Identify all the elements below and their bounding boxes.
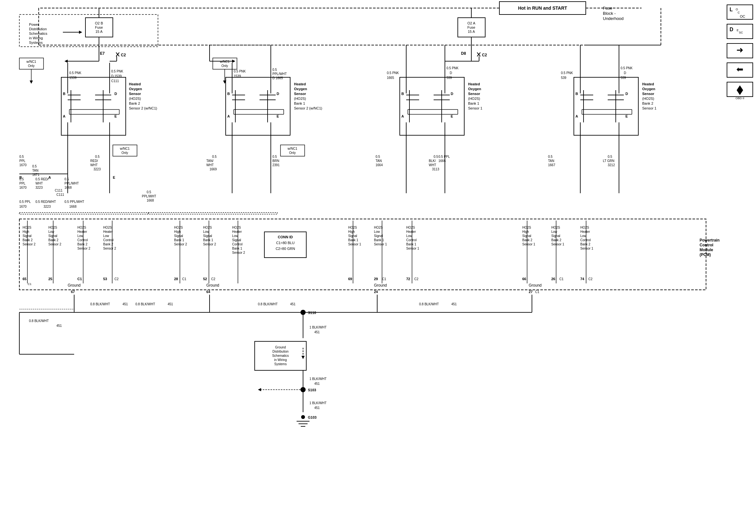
svg-text:Bank 2: Bank 2 bbox=[642, 101, 653, 105]
svg-text:Control: Control bbox=[580, 238, 591, 242]
svg-text:Bank 2: Bank 2 bbox=[103, 242, 114, 246]
svg-text:C1: C1 bbox=[28, 282, 32, 286]
svg-text:1668: 1668 bbox=[69, 205, 77, 208]
svg-text:Low: Low bbox=[580, 234, 586, 238]
svg-text:0.5 RED/WHT: 0.5 RED/WHT bbox=[36, 200, 56, 204]
svg-text:24: 24 bbox=[374, 290, 378, 294]
svg-text:Powertrain: Powertrain bbox=[700, 238, 719, 242]
svg-text:Bank 2: Bank 2 bbox=[580, 242, 591, 246]
svg-text:O2 A: O2 A bbox=[468, 21, 475, 25]
svg-text:RED/: RED/ bbox=[90, 159, 98, 163]
svg-text:0.8 BLK/WHT: 0.8 BLK/WHT bbox=[258, 302, 278, 306]
svg-text:⬅: ⬅ bbox=[736, 64, 743, 74]
svg-text:Ground: Ground bbox=[275, 345, 285, 349]
svg-text:Oxygen: Oxygen bbox=[468, 87, 481, 91]
svg-text:15 A: 15 A bbox=[95, 30, 103, 34]
svg-text:539: 539 bbox=[446, 76, 452, 80]
svg-text:Bank 1: Bank 1 bbox=[406, 242, 417, 246]
svg-text:Distribution: Distribution bbox=[29, 27, 47, 31]
svg-text:TAN: TAN bbox=[548, 159, 554, 163]
svg-text:Low: Low bbox=[203, 230, 209, 234]
svg-text:0.5 RED/: 0.5 RED/ bbox=[36, 177, 49, 181]
svg-text:Bank 1: Bank 1 bbox=[348, 238, 359, 242]
svg-text:HO2S: HO2S bbox=[103, 226, 112, 229]
svg-text:C1: C1 bbox=[535, 290, 539, 294]
svg-text:Bank 1: Bank 1 bbox=[374, 238, 384, 242]
svg-text:TAN/: TAN/ bbox=[206, 159, 213, 163]
svg-text:451: 451 bbox=[451, 302, 457, 306]
svg-text:C2: C2 bbox=[211, 277, 215, 281]
svg-text:0.5: 0.5 bbox=[19, 177, 24, 181]
svg-text:Distribution: Distribution bbox=[272, 350, 288, 353]
svg-text:Bank 2: Bank 2 bbox=[48, 238, 59, 242]
svg-text:0.5: 0.5 bbox=[548, 155, 553, 159]
svg-text:69: 69 bbox=[348, 277, 352, 281]
svg-text:1 BLK/WHT: 1 BLK/WHT bbox=[310, 401, 327, 405]
svg-text:C111: C111 bbox=[55, 189, 63, 192]
svg-text:Low: Low bbox=[48, 230, 54, 234]
svg-text:25: 25 bbox=[48, 277, 52, 281]
svg-text:Low: Low bbox=[374, 230, 380, 234]
svg-text:Control: Control bbox=[700, 243, 714, 247]
svg-text:1539: 1539 bbox=[69, 76, 77, 80]
svg-text:Fuse: Fuse bbox=[95, 25, 103, 29]
svg-text:D   1665: D 1665 bbox=[272, 76, 283, 80]
svg-text:Sensor 2 (w/NC1): Sensor 2 (w/NC1) bbox=[129, 106, 157, 110]
svg-text:BLK/: BLK/ bbox=[429, 159, 436, 163]
svg-text:1 BLK/WHT: 1 BLK/WHT bbox=[310, 377, 327, 381]
svg-text:Signal: Signal bbox=[48, 234, 57, 238]
svg-text:Control: Control bbox=[77, 238, 88, 242]
svg-text:HO2S: HO2S bbox=[348, 226, 357, 229]
svg-text:53: 53 bbox=[103, 277, 107, 281]
svg-text:1668: 1668 bbox=[147, 199, 154, 202]
svg-text:Low: Low bbox=[232, 234, 238, 238]
svg-text:D8: D8 bbox=[461, 51, 466, 56]
svg-text:Bank 2: Bank 2 bbox=[129, 101, 140, 105]
svg-text:26: 26 bbox=[551, 277, 555, 281]
svg-text:C1: C1 bbox=[77, 277, 82, 281]
svg-text:1666: 1666 bbox=[439, 159, 446, 163]
svg-text:74: 74 bbox=[580, 277, 584, 281]
svg-text:Sensor 2: Sensor 2 bbox=[232, 251, 245, 254]
svg-text:LT GRN: LT GRN bbox=[603, 159, 614, 163]
svg-text:w/NC1: w/NC1 bbox=[26, 60, 36, 63]
svg-text:Only: Only bbox=[122, 151, 128, 155]
svg-text:451: 451 bbox=[314, 382, 320, 386]
svg-text:Sensor 1: Sensor 1 bbox=[374, 242, 387, 246]
svg-text:Underhood: Underhood bbox=[603, 16, 624, 21]
svg-text:Signal: Signal bbox=[374, 234, 383, 238]
svg-text:Ground: Ground bbox=[68, 283, 81, 288]
svg-text:(HO2S): (HO2S) bbox=[129, 97, 141, 100]
svg-text:Heated: Heated bbox=[294, 82, 306, 86]
svg-text:64: 64 bbox=[206, 290, 210, 294]
svg-text:A: A bbox=[576, 114, 578, 118]
svg-text:Low: Low bbox=[103, 234, 109, 238]
svg-text:0.5 PNK: 0.5 PNK bbox=[561, 71, 573, 75]
svg-text:0.5 PNK: 0.5 PNK bbox=[621, 66, 633, 70]
svg-text:Systems: Systems bbox=[29, 40, 43, 44]
svg-text:0.5 PPL/WHT: 0.5 PPL/WHT bbox=[65, 200, 84, 204]
svg-text:WHT: WHT bbox=[90, 163, 98, 167]
svg-text:Signal: Signal bbox=[551, 234, 560, 238]
svg-text:0.5 PPL: 0.5 PPL bbox=[19, 200, 31, 204]
svg-text:3113: 3113 bbox=[432, 167, 440, 171]
svg-text:27: 27 bbox=[529, 290, 532, 294]
svg-text:Oxygen: Oxygen bbox=[129, 87, 142, 91]
svg-text:E: E bbox=[113, 175, 115, 179]
svg-text:C2: C2 bbox=[414, 277, 418, 281]
svg-text:C2: C2 bbox=[482, 53, 487, 57]
svg-text:0.5 PNK: 0.5 PNK bbox=[446, 66, 459, 70]
svg-text:Only: Only bbox=[222, 64, 228, 68]
svg-text:High: High bbox=[23, 230, 29, 234]
svg-text:Block -: Block - bbox=[603, 11, 616, 16]
svg-text:S103: S103 bbox=[308, 388, 316, 392]
svg-text:TAN: TAN bbox=[32, 169, 39, 172]
svg-text:Heated: Heated bbox=[129, 82, 141, 86]
svg-text:Heater: Heater bbox=[103, 230, 113, 234]
svg-text:C: C bbox=[738, 11, 740, 14]
svg-text:WHT: WHT bbox=[36, 182, 43, 185]
svg-text:3223: 3223 bbox=[36, 186, 43, 190]
svg-text:WHT: WHT bbox=[429, 163, 436, 167]
svg-text:Heated: Heated bbox=[468, 82, 480, 86]
svg-text:O: O bbox=[736, 8, 738, 11]
